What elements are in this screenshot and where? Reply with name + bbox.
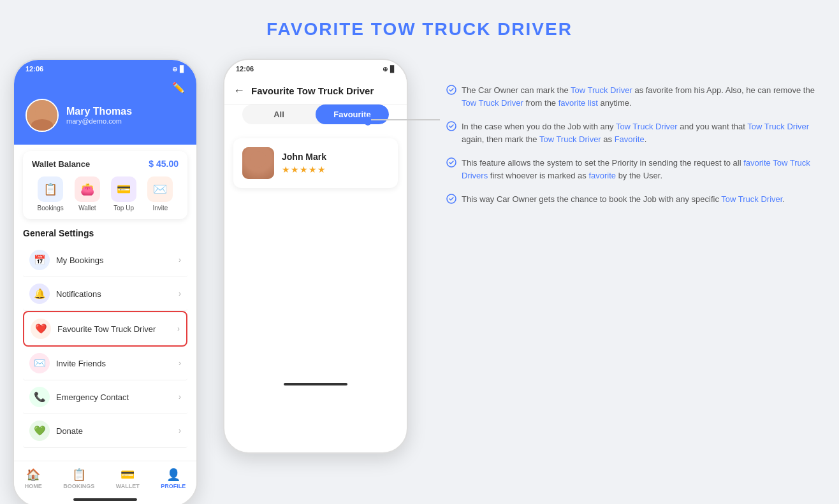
driver-info: John Mark ★★★★★: [282, 152, 389, 175]
nav-home[interactable]: 🏠 Home: [25, 468, 42, 489]
menu-item-notifications[interactable]: 🔔 Notifications ›: [23, 277, 187, 311]
edit-icon: ✏️: [172, 82, 185, 94]
wifi-icon: ⊕: [172, 66, 177, 73]
favourite-tow-label: Favourite Tow Truck Driver: [57, 324, 156, 334]
info-item-2: In the case when you do the Job with any…: [446, 120, 826, 145]
menu-item-left: 📞 Emergency Contact: [29, 387, 129, 407]
chevron-icon: ›: [179, 359, 181, 368]
info-item-3: This feature allows the system to set th…: [446, 157, 826, 182]
chevron-icon: ›: [179, 392, 181, 401]
info-text-1: The Car Owner can mark the Tow Truck Dri…: [462, 84, 826, 109]
home-nav-icon: 🏠: [26, 468, 40, 482]
topup-action[interactable]: 💳 Top Up: [111, 176, 136, 212]
driver-stars: ★★★★★: [282, 164, 389, 175]
menu-item-emergency-contact[interactable]: 📞 Emergency Contact ›: [23, 380, 187, 414]
wallet-action[interactable]: 👛 Wallet: [75, 176, 100, 212]
menu-item-favourite-tow[interactable]: ❤️ Favourite Tow Truck Driver ›: [23, 311, 187, 347]
driver-card: John Mark ★★★★★: [233, 138, 398, 188]
profile-nav-label: PROFILE: [161, 483, 186, 489]
info-item-1: The Car Owner can mark the Tow Truck Dri…: [446, 84, 826, 109]
favourite-tow-icon: ❤️: [31, 319, 51, 339]
chevron-icon: ›: [179, 289, 181, 298]
dot-indicator: [365, 117, 371, 123]
topup-icon: 💳: [111, 176, 136, 202]
svg-point-0: [365, 119, 371, 126]
info-text-4: This way Car Owner gets the chance to bo…: [462, 193, 785, 206]
check-icon-3: [446, 157, 456, 169]
info-text-2: In the case when you do the Job with any…: [462, 120, 826, 145]
wallet-balance-row: Wallet Balance $ 45.00: [32, 159, 179, 169]
check-icon-4: [446, 194, 456, 206]
bookings-label: Bookings: [38, 205, 64, 212]
invite-friends-label: Invite Friends: [56, 359, 106, 368]
phone2-statusbar: 12:06 ⊕ ▊: [224, 60, 407, 75]
driver-name: John Mark: [282, 152, 389, 162]
invite-label: Invite: [152, 205, 168, 212]
phone1-mockup: 12:06 ⊕ ▊ ✏️ Mary Thomas mary@demo.com: [13, 59, 198, 504]
phone2-status-icons: ⊕ ▊: [383, 66, 395, 73]
phone1-time: 12:06: [26, 65, 43, 73]
emergency-contact-label: Emergency Contact: [56, 392, 129, 402]
wallet-icon: 👛: [75, 176, 100, 202]
tab-favourite[interactable]: Favourite: [316, 104, 389, 124]
info-text-3: This feature allows the system to set th…: [462, 157, 826, 182]
phone2-header: ← Favourite Tow Truck Driver: [224, 75, 407, 104]
notifications-label: Notifications: [56, 289, 101, 299]
invite-friends-icon: ✉️: [29, 353, 50, 373]
bookings-action[interactable]: 📋 Bookings: [38, 176, 64, 212]
profile-info: Mary Thomas mary@demo.com: [66, 106, 132, 125]
profile-row: Mary Thomas mary@demo.com: [26, 99, 185, 132]
general-settings: General Settings 📅 My Bookings › 🔔 Notif…: [14, 219, 196, 448]
wallet-card: Wallet Balance $ 45.00 📋 Bookings 👛 Wall…: [23, 151, 187, 219]
menu-item-invite-friends[interactable]: ✉️ Invite Friends ›: [23, 347, 187, 380]
info-panel: The Car Owner can mark the Tow Truck Dri…: [434, 59, 826, 206]
menu-item-left: 🔔 Notifications: [29, 284, 101, 304]
tabs-container: All Favourite: [224, 104, 407, 138]
profile-nav-icon: 👤: [166, 468, 180, 482]
section-title: General Settings: [23, 228, 187, 238]
bookings-nav-label: BOOKINGS: [63, 483, 94, 489]
check-icon-1: [446, 85, 456, 97]
chevron-icon: ›: [177, 324, 180, 333]
edit-button[interactable]: ✏️: [26, 82, 185, 94]
driver-avatar: [242, 147, 274, 179]
wallet-amount: $ 45.00: [149, 159, 179, 169]
invite-action[interactable]: ✉️ Invite: [147, 176, 173, 212]
wallet-label: Wallet Balance: [32, 159, 90, 169]
driver-face: [242, 147, 274, 179]
tab-all[interactable]: All: [242, 104, 316, 124]
wallet-actions: 📋 Bookings 👛 Wallet 💳 Top Up ✉️ Invite: [32, 176, 179, 212]
invite-icon: ✉️: [147, 176, 173, 202]
wallet-label-action: Wallet: [78, 205, 96, 212]
donate-icon: 💚: [29, 421, 50, 441]
phone2-time: 12:06: [236, 65, 254, 73]
menu-item-left: 💚 Donate: [29, 421, 83, 441]
phone1-header: ✏️ Mary Thomas mary@demo.com: [14, 75, 196, 145]
info-list: The Car Owner can mark the Tow Truck Dri…: [446, 84, 826, 206]
phone1-status-icons: ⊕ ▊: [172, 66, 185, 73]
info-item-4: This way Car Owner gets the chance to bo…: [446, 193, 826, 206]
my-bookings-icon: 📅: [29, 250, 50, 270]
nav-profile[interactable]: 👤 PROFILE: [161, 468, 186, 489]
back-arrow-icon[interactable]: ←: [233, 84, 245, 97]
nav-wallet[interactable]: 💳 WALLET: [116, 468, 140, 489]
my-bookings-label: My Bookings: [56, 256, 103, 265]
phone2-mockup: 12:06 ⊕ ▊ ← Favourite Tow Truck Driver A…: [223, 59, 408, 454]
phone1-statusbar: 12:06 ⊕ ▊: [14, 60, 196, 75]
back-nav: ← Favourite Tow Truck Driver: [233, 80, 398, 104]
wallet-nav-label: WALLET: [116, 483, 140, 489]
chevron-icon: ›: [179, 256, 181, 264]
topup-label: Top Up: [113, 205, 134, 212]
emergency-contact-icon: 📞: [29, 387, 50, 407]
nav-bookings[interactable]: 📋 BOOKINGS: [63, 468, 94, 489]
donate-label: Donate: [56, 426, 83, 436]
menu-item-donate[interactable]: 💚 Donate ›: [23, 414, 187, 448]
menu-item-left: ✉️ Invite Friends: [29, 353, 106, 373]
check-icon-2: [446, 121, 456, 133]
avatar: [26, 99, 59, 132]
wallet-nav-icon: 💳: [120, 468, 135, 482]
menu-item-left: 📅 My Bookings: [29, 250, 103, 270]
menu-item-my-bookings[interactable]: 📅 My Bookings ›: [23, 243, 187, 277]
battery-icon: ▊: [180, 66, 185, 73]
notifications-icon: 🔔: [29, 284, 50, 304]
